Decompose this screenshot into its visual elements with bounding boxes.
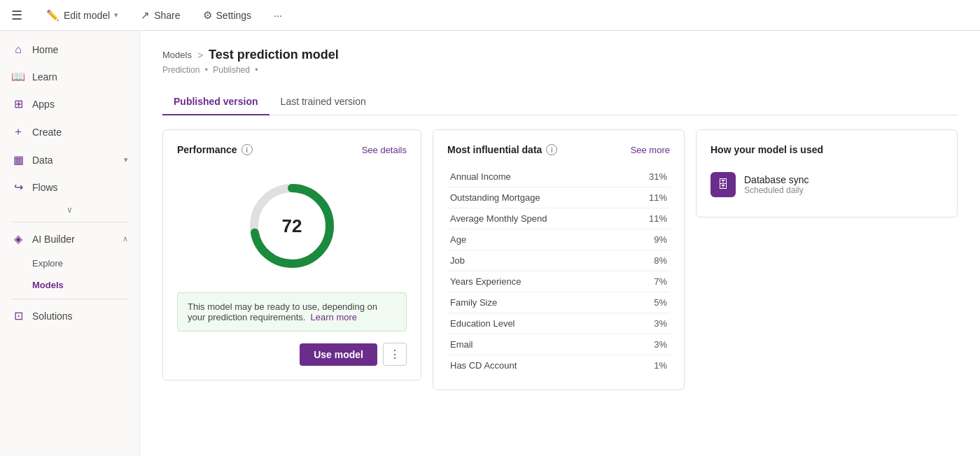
data-label: Job: [447, 250, 628, 271]
usage-item[interactable]: 🗄 Database sync Scheduled daily: [710, 166, 943, 203]
sidebar-item-solutions[interactable]: ⊡ Solutions: [0, 302, 139, 329]
table-row: Email 3%: [447, 334, 670, 355]
performance-title: Performance i: [177, 144, 253, 155]
influential-title-text: Most influential data: [447, 144, 542, 155]
sidebar-item-explore[interactable]: Explore: [0, 252, 139, 274]
sidebar-explore-label: Explore: [32, 258, 63, 269]
table-row: Education Level 3%: [447, 313, 670, 334]
see-details-link[interactable]: See details: [362, 145, 407, 155]
table-row: Annual Income 31%: [447, 166, 670, 187]
sidebar-models-label: Models: [32, 280, 64, 290]
expand-icon: ∨: [66, 205, 73, 215]
sidebar-divider: [11, 222, 128, 222]
settings-icon: ⚙: [203, 9, 212, 22]
breadcrumb: Models > Test prediction model: [162, 48, 958, 62]
data-pct: 8%: [628, 250, 670, 271]
more-icon: ···: [274, 10, 282, 21]
influential-data-card: Most influential data i See more Annual …: [433, 129, 685, 390]
learn-more-link[interactable]: Learn more: [311, 312, 357, 322]
edit-icon: ✏️: [46, 9, 59, 22]
sidebar-expand-button[interactable]: ∨: [0, 201, 139, 219]
data-icon: ▦: [11, 153, 25, 166]
apps-icon: ⊞: [11, 97, 25, 111]
sidebar-item-models[interactable]: Models: [0, 274, 139, 296]
tab-last-trained-label: Last trained version: [281, 96, 366, 107]
create-icon: ＋: [11, 124, 25, 139]
influential-info-icon[interactable]: i: [546, 144, 557, 155]
table-row: Outstanding Mortgage 11%: [447, 187, 670, 208]
data-label: Education Level: [447, 313, 628, 334]
sidebar-ai-label: AI Builder: [32, 234, 75, 245]
sidebar-item-flows[interactable]: ↪ Flows: [0, 173, 139, 201]
data-label: Age: [447, 229, 628, 250]
data-pct: 5%: [628, 292, 670, 313]
toolbar: ☰ ✏️ Edit model ▾ ↗ Share ⚙ Settings ···: [0, 0, 980, 31]
share-icon: ↗: [141, 9, 150, 22]
chevron-down-icon: ▾: [124, 155, 128, 164]
sidebar-item-create[interactable]: ＋ Create: [0, 117, 139, 146]
usage-card-header: How your model is used: [710, 144, 943, 155]
share-button[interactable]: ↗ Share: [136, 6, 184, 24]
data-pct: 7%: [628, 271, 670, 292]
sidebar-flows-label: Flows: [32, 182, 58, 193]
sidebar-item-learn[interactable]: 📖 Learn: [0, 63, 139, 90]
hamburger-icon[interactable]: ☰: [11, 8, 22, 23]
see-more-link[interactable]: See more: [631, 145, 670, 155]
sidebar-divider-2: [11, 299, 128, 299]
sidebar-solutions-label: Solutions: [32, 311, 73, 322]
tab-published-label: Published version: [174, 96, 258, 107]
share-label: Share: [154, 10, 180, 21]
table-row: Years Experience 7%: [447, 271, 670, 292]
data-label: Outstanding Mortgage: [447, 187, 628, 208]
table-row: Has CD Account 1%: [447, 355, 670, 376]
performance-title-text: Performance: [177, 144, 237, 155]
main-layout: ⌂ Home 📖 Learn ⊞ Apps ＋ Create ▦ Data ▾ …: [0, 31, 980, 456]
performance-info-icon[interactable]: i: [241, 144, 253, 155]
data-pct: 3%: [628, 334, 670, 355]
breadcrumb-separator: >: [197, 50, 203, 61]
donut-chart: 72: [246, 180, 337, 271]
more-button[interactable]: ···: [270, 7, 286, 24]
data-label: Has CD Account: [447, 355, 628, 376]
data-pct: 11%: [628, 208, 670, 229]
ai-builder-icon: ◈: [11, 232, 25, 245]
solutions-icon: ⊡: [11, 309, 25, 322]
influential-card-header: Most influential data i See more: [447, 144, 670, 155]
alert-box: This model may be ready to use, dependin…: [177, 292, 407, 332]
cards-row: Performance i See details 72: [162, 129, 958, 390]
data-label: Family Size: [447, 292, 628, 313]
influential-title: Most influential data i: [447, 144, 557, 155]
flows-icon: ↪: [11, 180, 25, 194]
subtitle-dot-1: •: [205, 65, 208, 75]
donut-score: 72: [282, 215, 302, 237]
data-label: Average Monthly Spend: [447, 208, 628, 229]
table-row: Job 8%: [447, 250, 670, 271]
usage-card: How your model is used 🗄 Database sync S…: [696, 129, 958, 218]
more-options-button[interactable]: ⋮: [383, 343, 407, 366]
data-label: Email: [447, 334, 628, 355]
influential-data-table: Annual Income 31% Outstanding Mortgage 1…: [447, 166, 670, 376]
sidebar-item-apps[interactable]: ⊞ Apps: [0, 90, 139, 117]
data-pct: 31%: [628, 166, 670, 187]
edit-model-button[interactable]: ✏️ Edit model ▾: [42, 6, 122, 24]
home-icon: ⌂: [11, 43, 25, 56]
tab-last-trained-version[interactable]: Last trained version: [270, 89, 377, 115]
performance-card-footer: Use model ⋮: [177, 343, 407, 366]
page-title: Test prediction model: [209, 48, 339, 62]
learn-icon: 📖: [11, 70, 25, 83]
sidebar-apps-label: Apps: [32, 99, 55, 110]
usage-name: Database sync: [744, 174, 809, 185]
sidebar-item-home[interactable]: ⌂ Home: [0, 36, 139, 63]
breadcrumb-parent[interactable]: Models: [162, 50, 192, 60]
sidebar-data-label: Data: [32, 155, 53, 166]
sidebar: ⌂ Home 📖 Learn ⊞ Apps ＋ Create ▦ Data ▾ …: [0, 31, 140, 456]
sidebar-item-data[interactable]: ▦ Data ▾: [0, 146, 139, 173]
tab-published-version[interactable]: Published version: [162, 89, 270, 115]
settings-button[interactable]: ⚙ Settings: [199, 6, 256, 24]
use-model-button[interactable]: Use model: [300, 343, 377, 366]
table-row: Family Size 5%: [447, 292, 670, 313]
data-pct: 9%: [628, 229, 670, 250]
data-pct: 11%: [628, 187, 670, 208]
database-sync-icon: 🗄: [710, 172, 736, 197]
sidebar-item-ai-builder[interactable]: ◈ AI Builder ∧: [0, 225, 139, 252]
